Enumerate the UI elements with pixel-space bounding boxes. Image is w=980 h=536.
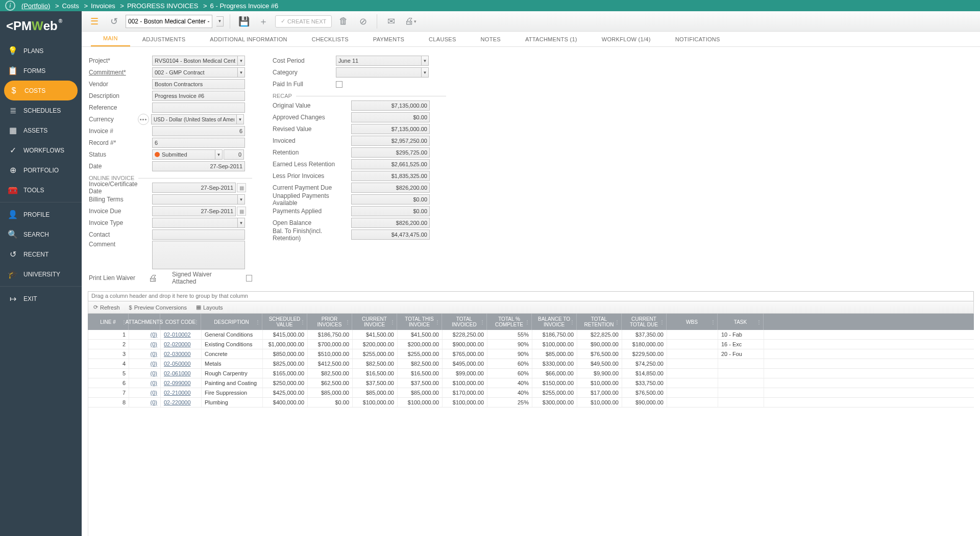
column-menu-icon[interactable]: ⋮ [435, 319, 440, 325]
tab-clauses[interactable]: CLAUSES [416, 32, 468, 46]
col-header[interactable]: PRIOR INVOICES⋮ [307, 314, 352, 330]
table-row[interactable]: 8(0)02-220000Plumbing$400,000.00$0.00$10… [88, 398, 974, 407]
invoice-type-input[interactable] [152, 218, 238, 228]
attachment-link[interactable]: (0) [151, 370, 157, 376]
col-header[interactable]: TOTAL RETENTION⋮ [577, 314, 622, 330]
column-menu-icon[interactable]: ⋮ [390, 319, 395, 325]
cost-code-link[interactable]: 02-050000 [164, 361, 191, 367]
status-drop[interactable]: ▼ [215, 149, 223, 160]
col-header[interactable]: TASK⋮ [718, 314, 764, 330]
deny-icon[interactable]: ⊘ [355, 14, 371, 29]
project-selector[interactable] [126, 15, 212, 28]
delete-icon[interactable]: 🗑 [336, 14, 351, 29]
sidebar-item-tools[interactable]: 🧰TOOLS [0, 180, 82, 200]
col-header[interactable]: ATTACHMENTS⋮ [129, 314, 160, 330]
tab-main[interactable]: MAIN [91, 31, 130, 46]
cost-code-link[interactable]: 02-010002 [164, 331, 191, 338]
project-input[interactable] [152, 56, 238, 66]
tab-checklists[interactable]: CHECKLISTS [300, 32, 361, 46]
email-icon[interactable]: ✉ [383, 14, 399, 29]
invoice-type-drop[interactable]: ▼ [238, 218, 245, 228]
column-menu-icon[interactable]: ⋮ [300, 319, 305, 325]
column-menu-icon[interactable]: ⋮ [194, 319, 199, 325]
sidebar-item-portfolio[interactable]: ⊕PORTFOLIO [0, 160, 82, 180]
comment-input[interactable] [152, 241, 245, 269]
table-row[interactable]: 3(0)02-030000Concrete$850,000.00$510,000… [88, 349, 974, 359]
save-icon[interactable]: 💾 [236, 14, 252, 29]
attachment-link[interactable]: (0) [151, 380, 157, 386]
cost-code-link[interactable]: 02-020000 [164, 341, 191, 347]
preview-conversions-button[interactable]: $ Preview Conversions [129, 304, 187, 311]
date-input[interactable] [152, 161, 245, 171]
refresh-button[interactable]: ⟳ Refresh [93, 304, 120, 311]
tab-adjustments[interactable]: ADJUSTMENTS [130, 32, 198, 46]
commitment-drop[interactable]: ▼ [238, 67, 245, 78]
attachment-link[interactable]: (0) [151, 331, 157, 338]
col-header[interactable]: TOTAL THIS INVOICE⋮ [397, 314, 442, 330]
grid-body[interactable]: 1(0)02-010002General Conditions$415,000.… [88, 330, 974, 536]
table-row[interactable]: 4(0)02-050000Metals$825,000.00$412,500.0… [88, 359, 974, 369]
col-header[interactable]: WBS⋮ [667, 314, 718, 330]
column-menu-icon[interactable]: ⋮ [659, 319, 665, 325]
table-row[interactable]: 5(0)02-061000Rough Carpentry$165,000.00$… [88, 369, 974, 378]
table-row[interactable]: 7(0)02-210000Fire Suppression$425,000.00… [88, 388, 974, 398]
reference-input[interactable] [152, 103, 245, 113]
cost-period-input[interactable] [336, 56, 422, 66]
table-row[interactable]: 1(0)02-010002General Conditions$415,000.… [88, 330, 974, 340]
add-icon[interactable]: ＋ [256, 14, 271, 29]
column-menu-icon[interactable]: ⋮ [570, 319, 575, 325]
col-header[interactable]: CURRENT TOTAL DUE⋮ [622, 314, 667, 330]
contact-input[interactable] [152, 229, 245, 240]
commitment-label[interactable]: Commitment* [89, 69, 152, 76]
attachment-link[interactable]: (0) [151, 399, 157, 405]
column-menu-icon[interactable]: ⋮ [615, 319, 620, 325]
category-drop[interactable]: ▼ [422, 67, 429, 78]
table-row[interactable]: 6(0)02-099000Painting and Coating$250,00… [88, 378, 974, 388]
tab-notifications[interactable]: NOTIFICATIONS [663, 32, 732, 46]
tab-additional-information[interactable]: ADDITIONAL INFORMATION [198, 32, 299, 46]
status-extra-input[interactable] [224, 149, 244, 160]
invoice-due-input[interactable] [152, 206, 236, 216]
sidebar-item-university[interactable]: 🎓UNIVERSITY [0, 264, 82, 284]
col-header[interactable]: TOTAL % COMPLETE⋮ [487, 314, 532, 330]
col-header[interactable]: BALANCE TO INVOICE⋮ [532, 314, 577, 330]
currency-more-icon[interactable]: ••• [138, 114, 149, 125]
breadcrumb-costs[interactable]: Costs [62, 2, 79, 10]
col-header[interactable]: TOTAL INVOICED⋮ [442, 314, 487, 330]
column-menu-icon[interactable]: ⋮ [480, 319, 485, 325]
breadcrumb-invoices[interactable]: Invoices [91, 2, 115, 10]
list-icon[interactable]: ☰ [87, 14, 102, 29]
col-header[interactable]: COST CODE⋮ [160, 314, 201, 330]
print-lien-icon[interactable]: 🖨 [149, 273, 158, 284]
vendor-input[interactable] [152, 79, 245, 89]
history-icon[interactable]: ↺ [106, 14, 121, 29]
project-drop[interactable]: ▼ [238, 56, 245, 66]
calendar-icon[interactable]: ▦ [237, 183, 246, 192]
tab-notes[interactable]: NOTES [469, 32, 513, 46]
description-input[interactable] [152, 91, 245, 101]
breadcrumb-root[interactable]: (Portfolio) [21, 2, 50, 10]
column-menu-icon[interactable]: ⋮ [255, 319, 260, 325]
column-menu-icon[interactable]: ⋮ [756, 319, 762, 325]
sidebar-item-plans[interactable]: 💡PLANS [0, 41, 82, 61]
attachment-link[interactable]: (0) [151, 390, 157, 396]
calendar-icon-2[interactable]: ▦ [237, 207, 246, 216]
cost-period-drop[interactable]: ▼ [422, 56, 429, 66]
sidebar-exit[interactable]: ↦ EXIT [0, 289, 82, 309]
category-input[interactable] [336, 67, 422, 78]
tab-workflow-1-4-[interactable]: WORKFLOW (1/4) [590, 32, 663, 46]
cost-code-link[interactable]: 02-099000 [164, 380, 191, 386]
signed-waiver-checkbox[interactable] [246, 275, 252, 282]
record-no-input[interactable] [152, 138, 245, 148]
col-header[interactable]: DESCRIPTION⋮ [201, 314, 262, 330]
tab-payments[interactable]: PAYMENTS [361, 32, 416, 46]
breadcrumb-progress[interactable]: PROGRESS INVOICES [127, 2, 198, 10]
project-selector-drop[interactable]: ▼ [216, 16, 224, 27]
grid-group-bar[interactable]: Drag a column header and drop it here to… [88, 291, 974, 301]
billing-terms-drop[interactable]: ▼ [238, 194, 245, 205]
billing-terms-input[interactable] [152, 194, 238, 205]
attachment-link[interactable]: (0) [151, 341, 157, 347]
cost-code-link[interactable]: 02-210000 [164, 390, 191, 396]
sidebar-item-workflows[interactable]: ✓WORKFLOWS [0, 140, 82, 160]
sidebar-item-profile[interactable]: 👤PROFILE [0, 205, 82, 224]
